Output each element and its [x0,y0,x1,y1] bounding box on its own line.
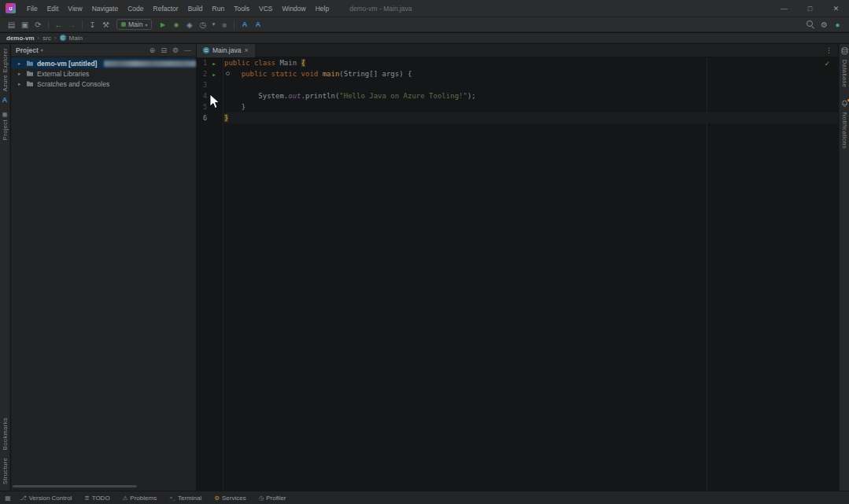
line-number: 4 [198,92,207,100]
code-editor[interactable]: 1 ▶ 2 ▶ 3 4 5 6 public class Main { publ… [197,57,838,491]
toolwindow-button-notifications[interactable]: Notifications [841,112,848,149]
database-icon[interactable] [841,47,848,57]
open-icon[interactable]: ▤ [6,19,17,31]
menu-refactor[interactable]: Refactor [149,0,183,17]
chevron-right-icon[interactable]: ▸ [18,71,23,77]
azure-signin-icon[interactable]: A [238,19,250,31]
project-toolwindow: Project ▾ ⊕ ⊟ ⚙ — ▸ demo-vm [untitled] ▸… [11,44,197,491]
toolwindow-button-bookmarks[interactable]: Bookmarks [2,418,9,450]
tree-row-label: Scratches and Consoles [37,80,109,88]
minimize-button[interactable]: — [771,0,797,17]
menu-file[interactable]: File [22,0,42,17]
todo-list-icon: ≣ [84,495,89,502]
collapse-all-icon[interactable]: ⊟ [161,46,167,54]
code-text: } [224,103,245,111]
azure-icon[interactable]: A [2,96,8,104]
method-name: main [323,70,340,78]
project-tree: ▸ demo-vm [untitled] ▸ External Librarie… [11,57,196,89]
toolwindow-button-services[interactable]: ⚙ Services [208,491,252,504]
line-number: 1 [198,59,207,67]
menu-window[interactable]: Window [277,0,310,17]
toolwindow-label: TODO [92,495,110,502]
azure-explorer-icon[interactable]: A [252,19,264,31]
chevron-right-icon[interactable]: ▸ [18,81,23,87]
toolwindow-button-profiler[interactable]: ◷ Profiler [253,491,293,504]
horizontal-scrollbar[interactable] [13,485,137,487]
toolwindow-button-version-control[interactable]: ⎇ Version Control [13,491,78,504]
toolwindow-button-project[interactable]: Project [2,120,9,140]
menu-navigate[interactable]: Navigate [87,0,124,17]
terminal-icon: >_ [169,495,175,501]
menubar: File Edit View Navigate Code Refactor Bu… [22,0,334,17]
menu-vcs[interactable]: VCS [254,0,277,17]
back-icon[interactable]: ← [53,19,65,31]
chevron-right-icon[interactable]: ▸ [18,61,23,67]
settings-gear-icon[interactable]: ⚙ [818,19,830,31]
panel-settings-icon[interactable]: ⚙ [172,46,179,54]
hide-panel-icon[interactable]: — [184,46,191,54]
toolwindow-button-problems[interactable]: ⚠ Problems [116,491,164,504]
run-configuration-select[interactable]: Main ▾ [116,19,152,30]
run-config-label: Main [128,20,142,28]
toolwindow-label: Profiler [266,495,286,502]
build-hammer-icon[interactable]: ⚒ [100,19,112,31]
tree-row-scratches[interactable]: ▸ Scratches and Consoles [11,79,196,89]
breadcrumb-main[interactable]: Main [69,35,83,42]
toolwindow-button-azure-explorer[interactable]: Azure Explorer [2,48,9,91]
coverage-icon[interactable]: ◈ [183,19,195,31]
search-everywhere-icon[interactable] [806,20,815,29]
project-toolwindow-icon[interactable]: ▦ [2,112,8,118]
toolwindow-button-todo[interactable]: ≣ TODO [78,491,116,504]
update-project-icon[interactable]: ↧ [87,19,98,31]
stop-icon[interactable]: ■ [218,19,230,31]
menu-build[interactable]: Build [183,0,208,17]
menu-edit[interactable]: Edit [42,0,64,17]
sync-icon[interactable]: ⟳ [32,19,44,31]
maximize-button[interactable]: □ [797,0,823,17]
menu-code[interactable]: Code [123,0,148,17]
services-icon: ⚙ [214,495,220,502]
menu-help[interactable]: Help [311,0,334,17]
line-number: 2 [198,70,207,78]
tab-options-icon[interactable]: ⋮ [825,46,838,54]
window-controls: — □ ✕ [771,0,849,17]
keyword: public static void [242,70,323,78]
line-number: 6 [198,114,207,122]
code-line-3 [224,79,838,90]
toolwindow-button-structure[interactable]: Structure [2,458,9,484]
close-tab-icon[interactable]: × [244,46,248,54]
run-main-gutter-icon[interactable]: ▶ [207,72,221,77]
toolwindow-button-database[interactable]: Database [841,60,848,87]
debug-icon[interactable]: ◉ [170,19,182,31]
warning-icon: ⚠ [123,495,128,502]
tab-main-java[interactable]: C Main.java × [197,44,255,57]
run-more-chevron-icon[interactable]: ▾ [210,19,216,31]
toolbar-separator [82,20,83,29]
status-dot-icon[interactable]: ● [832,19,843,31]
menu-view[interactable]: View [63,0,87,17]
editor-area: C Main.java × ⋮ 1 ▶ 2 ▶ 3 4 5 6 public c… [197,44,838,491]
inspections-ok-icon[interactable]: ✓ [824,60,830,68]
forward-icon[interactable]: → [66,19,78,31]
project-panel-title[interactable]: Project [16,46,39,54]
menu-tools[interactable]: Tools [229,0,254,17]
code-text: System. [224,92,288,100]
run-icon[interactable]: ▶ [157,19,168,31]
breadcrumb-src[interactable]: src [42,35,51,42]
run-class-gutter-icon[interactable]: ▶ [207,61,221,66]
editor-tabbar: C Main.java × ⋮ [197,44,838,57]
locate-icon[interactable]: ⊕ [149,46,156,54]
menu-run[interactable]: Run [208,0,230,17]
notifications-bell-icon[interactable] [841,100,848,109]
tree-row-external-libraries[interactable]: ▸ External Libraries [11,68,196,79]
gutter-ring-icon[interactable] [226,72,230,75]
editor-gutter[interactable]: 1 ▶ 2 ▶ 3 4 5 6 [197,57,223,491]
breadcrumb-project[interactable]: demo-vm [6,35,35,42]
toolwindow-switcher-icon[interactable]: ▦ [2,495,13,502]
profiler-icon[interactable]: ◷ [197,19,209,31]
close-button[interactable]: ✕ [823,0,849,17]
tree-row-project-root[interactable]: ▸ demo-vm [untitled] [11,58,196,68]
toolwindow-button-terminal[interactable]: >_ Terminal [163,491,208,504]
save-all-icon[interactable]: ▣ [19,19,31,31]
line-number: 3 [198,81,207,89]
